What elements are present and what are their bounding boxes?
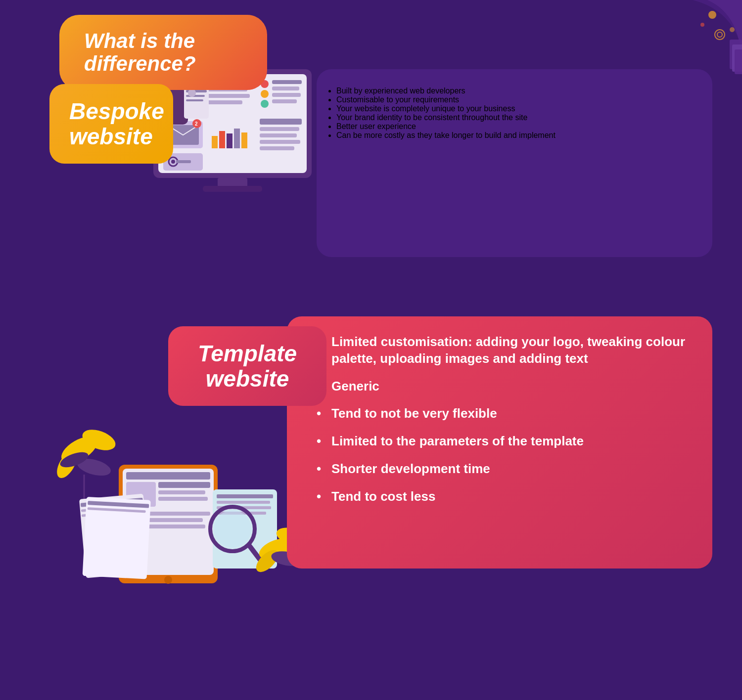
template-section: Template website • Limited customisation… [30, 311, 712, 588]
svg-rect-32 [272, 99, 297, 103]
svg-rect-15 [186, 99, 203, 101]
bespoke-info-panel: Built by experienced web developers Cust… [317, 69, 712, 257]
svg-rect-7 [735, 49, 742, 74]
main-container: What is the difference? [0, 0, 742, 700]
template-point-2: • Generic [317, 378, 688, 395]
svg-rect-29 [272, 80, 302, 84]
template-point-6: • Tend to cost less [317, 488, 688, 505]
bespoke-point-6: Can be more costly as they take longer t… [336, 131, 690, 140]
bespoke-points-list: Built by experienced web developers Cust… [336, 87, 690, 140]
template-title: Template website [193, 341, 302, 391]
bespoke-label: Bespoke website [49, 84, 173, 164]
svg-rect-39 [219, 131, 225, 148]
template-points-list: • Limited customisation: adding your log… [317, 334, 688, 505]
svg-rect-80 [217, 501, 270, 504]
svg-point-1 [730, 27, 735, 32]
svg-rect-65 [158, 490, 205, 494]
svg-rect-47 [260, 146, 294, 150]
svg-rect-79 [217, 494, 273, 498]
template-point-3: • Tend to not be very flexible [317, 405, 688, 422]
svg-point-28 [261, 100, 269, 108]
svg-rect-46 [260, 140, 300, 144]
bespoke-point-3: Your website is completely unique to you… [336, 104, 690, 113]
bespoke-point-2: Customisable to your requirements [336, 95, 690, 104]
title-bubble: What is the difference? [59, 15, 267, 90]
svg-rect-40 [227, 133, 232, 148]
template-label-bubble: Template website [168, 326, 326, 406]
main-title: What is the difference? [84, 30, 242, 75]
template-point-5: • Shorter development time [317, 461, 688, 478]
svg-rect-53 [203, 186, 262, 192]
svg-rect-44 [260, 127, 299, 131]
bespoke-point-1: Built by experienced web developers [336, 87, 690, 95]
bespoke-title: Bespoke website [69, 99, 153, 149]
bespoke-section: What is the difference? [30, 20, 712, 277]
svg-point-84 [214, 510, 251, 548]
svg-point-70 [164, 576, 172, 584]
svg-rect-45 [260, 133, 297, 137]
bespoke-point-4: Your brand identity to be consistent thr… [336, 113, 690, 122]
bespoke-point-5: Better user experience [336, 122, 690, 131]
svg-point-27 [261, 90, 269, 98]
svg-rect-52 [218, 178, 247, 187]
svg-rect-62 [126, 472, 210, 480]
svg-rect-64 [158, 482, 210, 488]
template-info-panel: • Limited customisation: adding your log… [287, 316, 712, 569]
svg-point-4 [717, 32, 722, 37]
svg-rect-31 [272, 93, 301, 97]
svg-rect-66 [158, 497, 208, 501]
svg-rect-42 [241, 132, 247, 148]
svg-point-16 [188, 89, 196, 97]
template-point-1: • Limited customisation: adding your log… [317, 334, 688, 367]
devices-illustration [40, 391, 317, 588]
svg-rect-30 [272, 87, 299, 90]
svg-point-0 [708, 11, 716, 19]
template-point-4: • Limited to the parameters of the templ… [317, 433, 688, 450]
svg-point-3 [715, 30, 725, 40]
svg-rect-41 [234, 129, 240, 148]
svg-rect-43 [260, 119, 302, 125]
